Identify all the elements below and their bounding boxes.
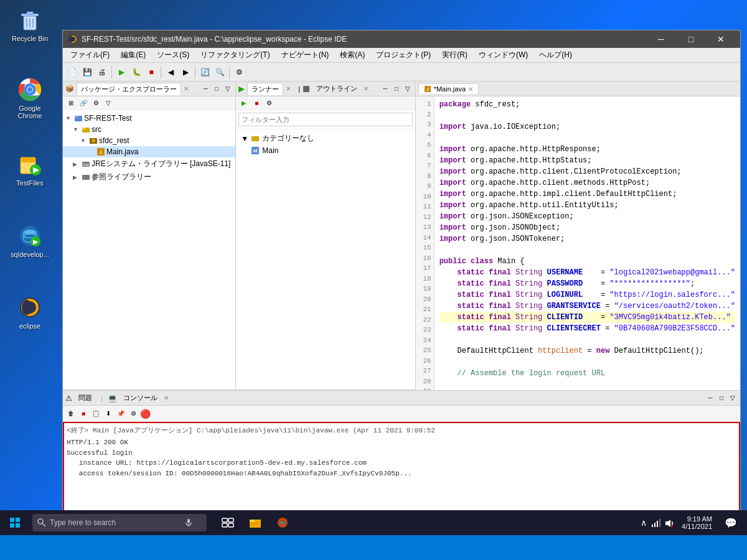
pkg-minimize[interactable]: ─ bbox=[200, 84, 210, 94]
tree-item-mainjava[interactable]: ▶ J Main.java bbox=[63, 146, 235, 157]
console-minimize[interactable]: ─ bbox=[705, 393, 715, 403]
bottom-panels: ⚠ 問題 | 💻 コンソール ✕ ─ □ ▽ 🗑 ■ bbox=[63, 390, 740, 527]
toolbar-sep1 bbox=[111, 66, 112, 78]
tree-label-src: src bbox=[92, 125, 101, 134]
pkg-toolbar: ⊞ 🔗 ⚙ ▽ bbox=[63, 96, 235, 110]
desktop-icon-chrome[interactable]: Google Chrome bbox=[5, 75, 55, 122]
editor-tab-close[interactable]: ✕ bbox=[468, 86, 473, 93]
console-scroll[interactable]: ⬇ bbox=[103, 408, 114, 419]
tree-item-jre[interactable]: ▶ JRE JREシステム・ライブラリー [JavaSE-11] bbox=[63, 157, 235, 170]
tree-item-src[interactable]: ▼ src bbox=[63, 124, 235, 135]
toolbar-stop[interactable]: ■ bbox=[144, 65, 158, 79]
clock[interactable]: 9:19 AM 4/11/2021 bbox=[679, 515, 715, 530]
taskbar-pinned-icons: 🎮 bbox=[217, 511, 294, 534]
console-tab[interactable]: コンソール bbox=[120, 392, 161, 404]
tray-network[interactable] bbox=[651, 517, 660, 528]
clock-date: 4/11/2021 bbox=[682, 523, 712, 530]
tray-up-arrow[interactable]: ∧ bbox=[641, 518, 647, 528]
pkg-link[interactable]: 🔗 bbox=[78, 98, 89, 109]
menu-help[interactable]: ヘルプ(H) bbox=[534, 49, 577, 62]
pkg-collapse[interactable]: ⊞ bbox=[65, 98, 77, 109]
maximize-button[interactable]: □ bbox=[677, 30, 705, 48]
pkg-tab[interactable]: パッケージ・エクスプローラー bbox=[77, 83, 181, 95]
outline-tab[interactable]: アウトライン bbox=[312, 83, 361, 95]
notification-button[interactable]: 💬 bbox=[720, 510, 742, 535]
desktop-icon-sqldevelop[interactable]: ▶ sqldevelop... bbox=[5, 221, 55, 261]
outline-main-item[interactable]: M Main bbox=[238, 145, 412, 156]
desktop-icon-recycle-bin[interactable]: Recycle Bin bbox=[5, 5, 55, 45]
microphone-icon bbox=[184, 518, 193, 527]
tree-item-sfrest[interactable]: ▼ SF-REST-Test bbox=[63, 113, 235, 124]
svg-rect-44 bbox=[16, 518, 20, 522]
menu-search[interactable]: 検索(A) bbox=[335, 49, 370, 62]
pkg-menu[interactable]: ▽ bbox=[223, 84, 233, 94]
runner-stop[interactable]: ■ bbox=[251, 98, 262, 109]
tree-item-reflib[interactable]: ▶ 参照ライブラリー bbox=[63, 170, 235, 184]
desktop-icon-eclipse[interactable]: eclipse bbox=[5, 292, 55, 332]
taskbar: 🎮 ∧ bbox=[0, 510, 747, 535]
system-tray: ∧ bbox=[641, 517, 674, 528]
desktop: Recycle Bin Google Chrome bbox=[0, 0, 747, 535]
menu-file[interactable]: ファイル(F) bbox=[65, 49, 115, 62]
console-pin[interactable]: 📌 bbox=[115, 408, 126, 419]
toolbar-settings[interactable]: ⚙ bbox=[232, 65, 246, 79]
code-line-15: public class Main { bbox=[439, 256, 735, 267]
toolbar-new[interactable]: 📄 bbox=[65, 65, 79, 79]
runner-menu[interactable]: ▽ bbox=[403, 84, 413, 94]
eclipse-window: SF-REST-Test/src/sfdc_rest/Main.java - C… bbox=[62, 30, 741, 528]
pkg-maximize[interactable]: □ bbox=[212, 84, 222, 94]
toolbar-refresh[interactable]: 🔄 bbox=[198, 65, 212, 79]
menu-project[interactable]: プロジェクト(P) bbox=[371, 49, 436, 62]
close-button[interactable]: ✕ bbox=[707, 30, 735, 48]
menu-edit[interactable]: 編集(E) bbox=[116, 49, 151, 62]
code-content[interactable]: package sfdc_rest; import java.io.IOExce… bbox=[435, 96, 740, 390]
minimize-button[interactable]: ─ bbox=[647, 30, 675, 48]
pkg-view-menu[interactable]: ▽ bbox=[103, 98, 114, 109]
tray-volume[interactable] bbox=[664, 517, 674, 528]
filter-input[interactable] bbox=[238, 113, 412, 126]
runner-run[interactable]: ▶ bbox=[238, 98, 250, 109]
console-stop[interactable]: ■ bbox=[78, 408, 89, 419]
editor-tab-mainjava[interactable]: J *Main.java ✕ bbox=[418, 83, 479, 94]
package-explorer: 📦 パッケージ・エクスプローラー ✕ ─ □ ▽ ⊞ 🔗 ⚙ bbox=[63, 82, 235, 390]
menu-navigate[interactable]: ナビゲート(N) bbox=[276, 49, 334, 62]
runner-btn3[interactable]: ⚙ bbox=[263, 98, 275, 109]
svg-point-10 bbox=[27, 87, 32, 92]
pkg-filter[interactable]: ⚙ bbox=[90, 98, 101, 109]
sqldevelop-label: sqldevelop... bbox=[11, 251, 49, 258]
outline-category[interactable]: ▼ カテゴリーなし bbox=[238, 132, 412, 145]
toolbar-search[interactable]: 🔍 bbox=[213, 65, 227, 79]
code-area: 1234567891011121314151617181920212223242… bbox=[416, 96, 740, 390]
runner-maximize[interactable]: □ bbox=[392, 84, 402, 94]
taskbar-search-input[interactable] bbox=[50, 518, 181, 527]
menu-refactor[interactable]: リファクタリング(T) bbox=[195, 49, 275, 62]
runner-tab[interactable]: ランナー bbox=[247, 83, 283, 95]
menu-window[interactable]: ウィンドウ(W) bbox=[474, 49, 533, 62]
start-button[interactable] bbox=[0, 510, 30, 535]
taskbar-file-explorer[interactable] bbox=[244, 511, 266, 534]
menu-run[interactable]: 実行(R) bbox=[437, 49, 472, 62]
tree-item-sfdcrest[interactable]: ▼ sfdc_rest bbox=[63, 135, 235, 146]
taskbar-game[interactable]: 🎮 bbox=[271, 511, 294, 534]
toolbar-save[interactable]: 💾 bbox=[80, 65, 94, 79]
toolbar-back[interactable]: ◀ bbox=[164, 65, 177, 79]
clock-time: 9:19 AM bbox=[687, 515, 712, 523]
toolbar-debug[interactable]: 🐛 bbox=[129, 65, 143, 79]
toolbar-fwd[interactable]: ▶ bbox=[179, 65, 192, 79]
code-line-13: import org.json.JSONTokener; bbox=[439, 233, 735, 245]
console-menu[interactable]: ▽ bbox=[728, 393, 738, 403]
menu-source[interactable]: ソース(S) bbox=[152, 49, 194, 62]
console-maximize[interactable]: □ bbox=[716, 393, 726, 403]
toolbar-print[interactable]: 🖨 bbox=[95, 65, 109, 79]
console-copy[interactable]: 📋 bbox=[90, 408, 101, 419]
console-settings[interactable]: ⚙ bbox=[128, 408, 139, 419]
toolbar-run[interactable]: ▶ bbox=[115, 65, 128, 79]
code-line-9: import org.apache.http.impl.client.Defau… bbox=[439, 189, 735, 200]
package-icon bbox=[89, 136, 98, 145]
console-clear[interactable]: 🗑 bbox=[65, 408, 77, 419]
desktop-icon-testfiles[interactable]: ▶ TestFiles bbox=[5, 149, 55, 189]
runner-minimize[interactable]: ─ bbox=[380, 84, 390, 94]
taskbar-task-view[interactable] bbox=[217, 511, 239, 534]
main-class-icon: M bbox=[251, 146, 260, 155]
problems-tab[interactable]: 問題 bbox=[75, 392, 96, 404]
